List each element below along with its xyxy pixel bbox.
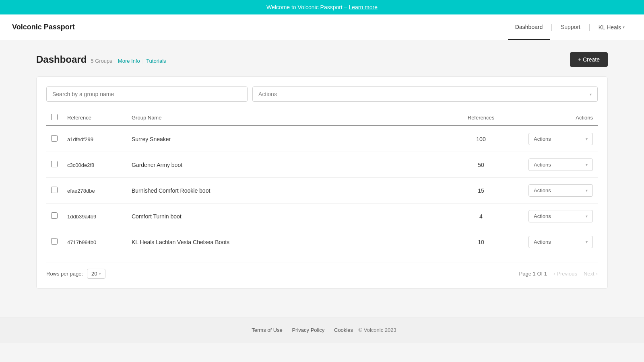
create-button[interactable]: + Create <box>570 52 608 67</box>
page-title: Dashboard <box>36 54 87 65</box>
col-header-group-name: Group Name <box>127 110 453 126</box>
row-checkbox-cell <box>46 229 62 255</box>
more-info-link[interactable]: More Info <box>118 58 140 64</box>
row-group-name: Gardener Army boot <box>127 152 453 178</box>
row-actions-cell: Actions ▾ <box>509 204 598 229</box>
row-actions-label: Actions <box>534 239 551 245</box>
next-label: Next <box>584 271 594 277</box>
nav-sep-1: | <box>551 23 553 31</box>
table-header-row: Reference Group Name References Actions <box>46 110 598 126</box>
table-row: a1dfedf299 Surrey Sneaker 100 Actions ▾ <box>46 126 598 152</box>
pagination: Rows per page: 20 ▾ Page 1 Of 1 ‹ Previo… <box>46 263 598 279</box>
banner-link[interactable]: Learn more <box>349 4 378 10</box>
row-reference: 4717b994b0 <box>62 229 127 255</box>
row-references: 4 <box>453 204 509 229</box>
actions-dropdown[interactable]: Actions ▾ <box>252 86 598 102</box>
nav-user-chevron-icon: ▾ <box>623 25 625 29</box>
footer-copyright: © Volconic 2023 <box>359 327 396 333</box>
row-checkbox-3[interactable] <box>51 212 58 219</box>
row-actions-button-0[interactable]: Actions ▾ <box>528 133 593 145</box>
row-reference: c3c00de2f8 <box>62 152 127 178</box>
nav-user-menu[interactable]: KL Heals ▾ <box>591 24 632 31</box>
row-group-name: Comfort Turnin boot <box>127 204 453 229</box>
row-actions-label: Actions <box>534 187 551 193</box>
nav-logo: Volconic Passport <box>12 23 508 31</box>
table-wrap: Reference Group Name References Actions … <box>46 110 598 255</box>
row-checkbox-cell <box>46 204 62 229</box>
actions-dropdown-label: Actions <box>258 91 277 97</box>
row-actions-button-3[interactable]: Actions ▾ <box>528 210 593 222</box>
footer: Terms of Use Privacy Policy Cookies © Vo… <box>0 317 644 343</box>
footer-privacy[interactable]: Privacy Policy <box>292 327 324 333</box>
row-actions-chevron-icon: ▾ <box>586 240 588 244</box>
select-all-checkbox[interactable] <box>51 114 58 120</box>
previous-button[interactable]: ‹ Previous <box>553 271 577 277</box>
row-actions-label: Actions <box>534 213 551 219</box>
row-actions-chevron-icon: ▾ <box>586 188 588 193</box>
col-header-actions: Actions <box>509 110 598 126</box>
dashboard-header: Dashboard 5 Groups More Info | Tutorials… <box>36 52 608 67</box>
rows-per-page-label: Rows per page: <box>46 271 83 277</box>
row-reference: a1dfedf299 <box>62 126 127 152</box>
row-group-name: Surrey Sneaker <box>127 126 453 152</box>
row-actions-cell: Actions ▾ <box>509 229 598 255</box>
row-actions-button-2[interactable]: Actions ▾ <box>528 184 593 197</box>
table-row: efae278dbe Burnished Comfort Rookie boot… <box>46 178 598 204</box>
row-actions-cell: Actions ▾ <box>509 178 598 204</box>
search-input[interactable] <box>46 86 248 102</box>
nav-user-name: KL Heals <box>599 24 621 31</box>
rows-per-page-value: 20 <box>91 271 97 277</box>
row-checkbox-0[interactable] <box>51 135 58 142</box>
row-checkbox-4[interactable] <box>51 238 58 245</box>
row-reference: 1ddb39a4b9 <box>62 204 127 229</box>
page-info: Page 1 Of 1 <box>519 271 547 277</box>
table-row: 1ddb39a4b9 Comfort Turnin boot 4 Actions… <box>46 204 598 229</box>
rows-per-page-select[interactable]: 20 ▾ <box>87 269 105 279</box>
col-header-reference: Reference <box>62 110 127 126</box>
groups-table: Reference Group Name References Actions … <box>46 110 598 255</box>
row-actions-button-4[interactable]: Actions ▾ <box>528 236 593 248</box>
col-header-references: References <box>453 110 509 126</box>
row-checkbox-2[interactable] <box>51 187 58 193</box>
row-actions-cell: Actions ▾ <box>509 152 598 178</box>
row-actions-chevron-icon: ▾ <box>586 214 588 218</box>
next-button[interactable]: Next › <box>584 271 598 277</box>
rows-per-page: Rows per page: 20 ▾ <box>46 269 105 279</box>
main-card: Actions ▾ Reference Group Name Reference… <box>36 76 608 289</box>
previous-label: Previous <box>557 271 577 277</box>
toolbar: Actions ▾ <box>46 86 598 102</box>
groups-count: 5 Groups <box>91 58 112 64</box>
select-all-header <box>46 110 62 126</box>
tutorials-link[interactable]: Tutorials <box>146 58 166 64</box>
banner-text: Welcome to Volconic Passport – <box>266 4 347 10</box>
row-references: 100 <box>453 126 509 152</box>
nav-link-support[interactable]: Support <box>553 15 588 40</box>
row-checkbox-cell <box>46 152 62 178</box>
footer-cookies[interactable]: Cookies <box>334 327 353 333</box>
row-checkbox-cell <box>46 126 62 152</box>
top-banner: Welcome to Volconic Passport – Learn mor… <box>0 0 644 14</box>
footer-terms[interactable]: Terms of Use <box>252 327 283 333</box>
nav-bar: Volconic Passport Dashboard | Support | … <box>0 14 644 40</box>
previous-chevron-icon: ‹ <box>553 271 555 277</box>
row-actions-label: Actions <box>534 136 551 142</box>
row-references: 50 <box>453 152 509 178</box>
dashboard-title-area: Dashboard 5 Groups More Info | Tutorials <box>36 54 166 65</box>
row-reference: efae278dbe <box>62 178 127 204</box>
row-actions-cell: Actions ▾ <box>509 126 598 152</box>
header-links: More Info | Tutorials <box>118 58 166 64</box>
row-group-name: KL Heals Lachlan Vesta Chelsea Boots <box>127 229 453 255</box>
row-actions-button-1[interactable]: Actions ▾ <box>528 158 593 171</box>
row-actions-chevron-icon: ▾ <box>586 162 588 167</box>
nav-links: Dashboard | Support | KL Heals ▾ <box>508 15 632 40</box>
row-group-name: Burnished Comfort Rookie boot <box>127 178 453 204</box>
page-container: Dashboard 5 Groups More Info | Tutorials… <box>20 40 624 301</box>
actions-dropdown-chevron-icon: ▾ <box>590 92 592 97</box>
next-chevron-icon: › <box>596 271 598 277</box>
page-nav: Page 1 Of 1 ‹ Previous Next › <box>519 271 598 277</box>
rows-per-page-chevron-icon: ▾ <box>99 272 101 276</box>
row-checkbox-1[interactable] <box>51 161 58 167</box>
table-row: 4717b994b0 KL Heals Lachlan Vesta Chelse… <box>46 229 598 255</box>
nav-link-dashboard[interactable]: Dashboard <box>508 15 550 40</box>
table-row: c3c00de2f8 Gardener Army boot 50 Actions… <box>46 152 598 178</box>
